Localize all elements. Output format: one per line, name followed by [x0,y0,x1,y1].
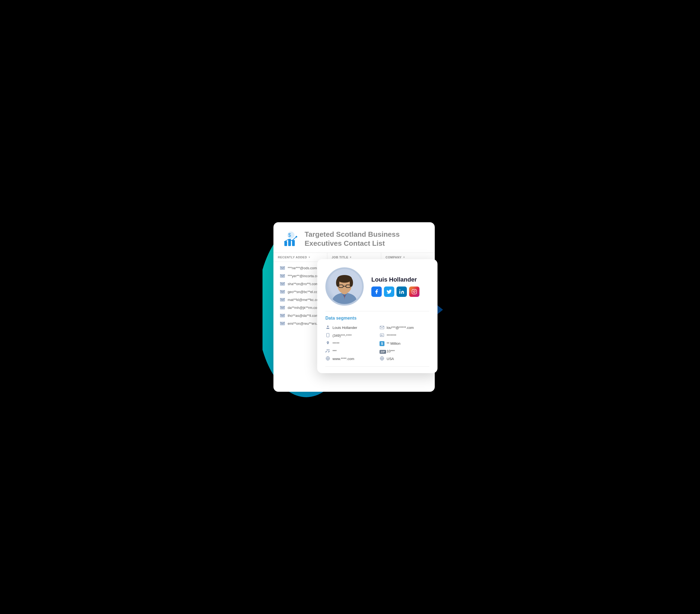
email-text: geo**sn@bc**el.com [288,290,321,294]
social-icons [371,287,429,297]
facebook-icon [374,289,379,295]
revenue-value: ** Million [387,341,401,346]
svg-text:$: $ [288,233,291,238]
revenue-icon: $ [379,341,385,346]
employees-icon [325,349,330,353]
profile-info: Louis Hollander [371,276,429,297]
country-value: USA [387,357,394,361]
data-row-employees: *** [325,349,375,353]
zip-value: 10*** [387,349,395,353]
data-row-email: lou***@*****.com [379,325,429,330]
person-illustration [329,269,360,304]
job-title-label: JOB TITLE [332,255,348,259]
svg-point-37 [328,349,330,351]
svg-point-35 [381,335,382,336]
bottom-divider [325,366,429,367]
email-icon [280,282,285,286]
recently-added-label: RECENTLY ADDED [278,255,307,259]
dollar-badge: $ [379,341,385,346]
svg-point-18 [337,275,352,283]
svg-point-6 [296,236,297,238]
company-label: COMPANY [386,255,402,259]
linkedin-button[interactable] [397,287,407,297]
chart-icon: $ [282,230,300,248]
profile-card: Louis Hollander [317,259,438,373]
page-title: Targeted Scotland Business Executives Co… [304,230,426,248]
email-icon [280,322,285,325]
email-icon [280,298,285,302]
email-text: ***yer**@incorta.com [288,274,322,278]
employees-masked-value: *** [333,349,337,353]
email-text: da**mh@jk**rm.com [288,306,320,310]
website-icon [325,356,330,361]
data-row-website: www.****.com [325,356,375,361]
email-text: mat**kl@me**kc.com [288,298,322,302]
company-chevron: ▼ [403,256,405,259]
zip-icon: ZIP [379,349,385,353]
data-row-country: USA [379,356,429,361]
svg-rect-28 [412,289,417,294]
data-row-name: Louis Hollander [325,325,375,330]
instagram-button[interactable] [409,287,420,297]
profile-name: Louis Hollander [371,276,429,283]
zip-badge: ZIP [379,350,386,354]
twitter-button[interactable] [384,287,394,297]
twitter-icon [386,289,392,295]
data-segments-label: Data segments [325,316,429,321]
email-text: tho**as@da**il.com [288,314,319,318]
id-masked-value: ******* [387,334,396,338]
phone-icon [325,333,330,338]
data-grid: Louis Hollander lou***@*****.com (349)**… [325,325,429,361]
email-icon [280,274,285,278]
data-row-location: ***** [325,341,375,346]
email-icon [280,314,285,317]
svg-point-27 [400,289,400,290]
email-text: ***ne***@ods.com [288,266,317,270]
linkedin-icon [399,289,404,295]
svg-point-36 [327,349,328,351]
email-icon [379,325,385,330]
svg-rect-3 [284,241,287,246]
email-masked-value: lou***@*****.com [387,326,414,330]
id-icon [379,333,385,338]
location-icon [325,341,330,346]
card-header: $ Targeted Scotland Business Executives … [273,222,435,253]
data-row-revenue: $ ** Million [379,341,429,346]
email-text: sha**on@ro**t.com [288,282,318,286]
full-name-value: Louis Hollander [333,326,357,330]
person-icon [325,325,330,330]
phone-value: (349)***-**** [333,334,352,338]
location-masked-value: ***** [333,341,339,346]
svg-rect-26 [400,291,400,294]
data-row-id: ******* [379,333,429,338]
recently-added-chevron: ▼ [308,256,311,259]
section-divider [325,311,429,311]
data-row-phone: (349)***-**** [325,333,375,338]
email-icon [280,290,285,293]
instagram-icon [412,289,417,295]
svg-point-30 [327,326,328,327]
email-icon [280,266,285,270]
scene: $ Targeted Scotland Business Executives … [257,209,443,405]
avatar [325,267,364,306]
data-row-zip: ZIP 10*** [379,349,429,353]
website-value: www.****.com [333,357,354,361]
country-icon [379,356,385,361]
facebook-button[interactable] [371,287,382,297]
email-icon [280,306,285,310]
svg-rect-5 [292,240,295,246]
job-title-chevron: ▼ [349,256,352,259]
profile-header: Louis Hollander [325,267,429,306]
